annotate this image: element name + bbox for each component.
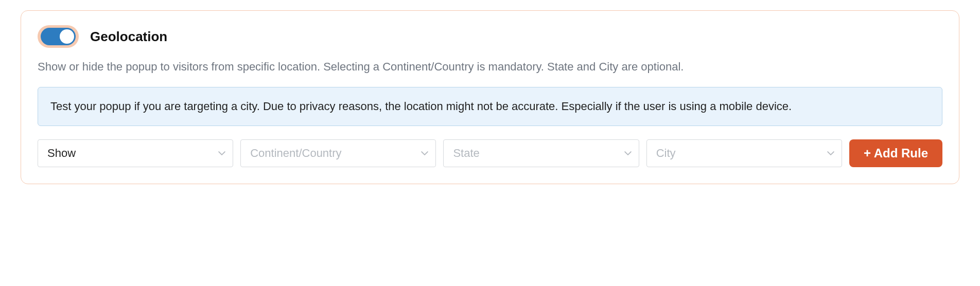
continent-country-placeholder: Continent/Country [250, 147, 341, 160]
chevron-down-icon [624, 150, 632, 157]
continent-country-select[interactable]: Continent/Country [240, 139, 436, 167]
state-placeholder: State [453, 147, 479, 160]
panel-header: Geolocation [38, 25, 942, 48]
chevron-down-icon [827, 150, 834, 157]
panel-description: Show or hide the popup to visitors from … [38, 58, 942, 76]
info-box: Test your popup if you are targeting a c… [38, 87, 942, 126]
controls-row: Show Continent/Country State City + Add … [38, 139, 942, 167]
info-text: Test your popup if you are targeting a c… [50, 100, 792, 113]
action-select[interactable]: Show [38, 139, 233, 167]
action-select-value: Show [47, 147, 76, 160]
geolocation-panel: Geolocation Show or hide the popup to vi… [21, 10, 959, 184]
geolocation-toggle[interactable] [38, 25, 79, 48]
chevron-down-icon [421, 150, 428, 157]
add-rule-button[interactable]: + Add Rule [849, 139, 942, 167]
city-placeholder: City [656, 147, 676, 160]
city-select[interactable]: City [646, 139, 842, 167]
state-select[interactable]: State [443, 139, 639, 167]
panel-title: Geolocation [90, 29, 167, 45]
chevron-down-icon [218, 150, 225, 157]
